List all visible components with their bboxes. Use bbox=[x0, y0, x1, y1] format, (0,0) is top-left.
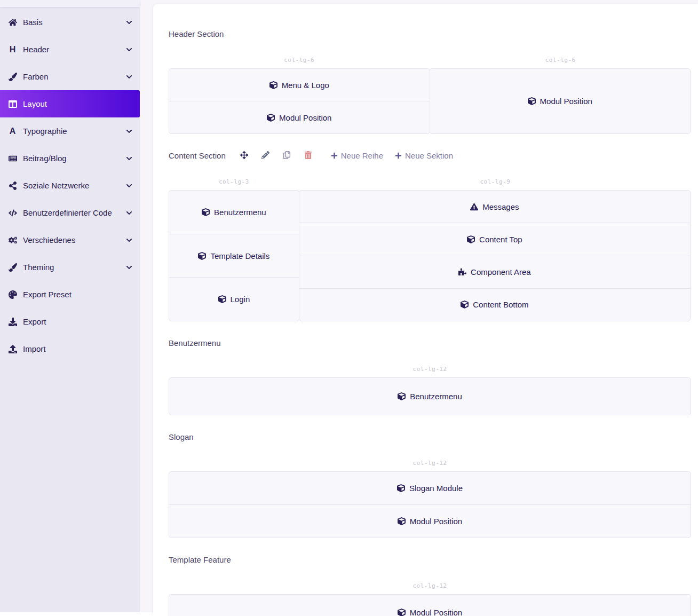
sidebar-item-typographie[interactable]: ATypographie bbox=[0, 117, 140, 145]
section-grid: Slogan ModuleModul Position bbox=[169, 471, 691, 538]
column-size-label: col-lg-9 bbox=[299, 178, 691, 185]
sidebar-item-label: Basis bbox=[23, 18, 43, 27]
sidebar-item-farben[interactable]: Farben bbox=[0, 63, 140, 90]
chevron-down-icon bbox=[126, 155, 132, 162]
add-section-button[interactable]: Neue Sektion bbox=[392, 151, 456, 161]
section-header: Template Feature bbox=[169, 554, 691, 565]
section-grid: Modul Position bbox=[169, 594, 691, 616]
module-label: Benutzermenu bbox=[214, 208, 266, 217]
chevron-down-icon bbox=[126, 19, 132, 26]
column-size-label: col-lg-6 bbox=[169, 57, 430, 64]
sidebar-item-label: Soziale Netzwerke bbox=[23, 181, 89, 190]
section-template-feature: Template Featurecol-lg-12Modul Position bbox=[169, 554, 691, 616]
add-link-label: Neue Reihe bbox=[341, 151, 383, 160]
section-header: Header Section bbox=[169, 28, 691, 40]
sidebar-item-export[interactable]: Export bbox=[0, 308, 140, 335]
cube-icon bbox=[198, 252, 206, 260]
module-label: Modul Position bbox=[410, 517, 462, 526]
sidebar-item-label: Farben bbox=[23, 72, 49, 81]
sidebar-item-soziale-netzwerke[interactable]: Soziale Netzwerke bbox=[0, 172, 140, 199]
module-modul-position[interactable]: Modul Position bbox=[169, 504, 691, 538]
column-size-label: col-lg-3 bbox=[169, 178, 299, 185]
section-grid: Menu & LogoModul PositionModul Position bbox=[169, 68, 691, 134]
section-toolbar: Neue ReiheNeue Sektion bbox=[237, 151, 456, 161]
move-handle[interactable] bbox=[237, 151, 251, 161]
section-header-section: Header Sectioncol-lg-6col-lg-6Menu & Log… bbox=[169, 28, 691, 134]
module-login[interactable]: Login bbox=[169, 277, 299, 321]
cube-icon bbox=[269, 81, 277, 89]
plus-icon bbox=[395, 152, 402, 159]
add-row-button[interactable]: Neue Reihe bbox=[328, 151, 386, 161]
columns-icon bbox=[7, 100, 18, 108]
module-messages[interactable]: Messages bbox=[299, 191, 690, 223]
sections-container: Header Sectioncol-lg-6col-lg-6Menu & Log… bbox=[169, 28, 691, 616]
module-benutzermenu[interactable]: Benutzermenu bbox=[169, 191, 299, 234]
section-header: Benutzermenu bbox=[169, 337, 691, 349]
section-slogan: Slogancol-lg-12Slogan ModuleModul Positi… bbox=[169, 431, 691, 538]
layout-column: MessagesContent TopComponent AreaContent… bbox=[299, 190, 691, 321]
column-size-labels: col-lg-3col-lg-9 bbox=[169, 178, 691, 185]
sidebar-item-verschiedenes[interactable]: Verschiedenes bbox=[0, 226, 140, 254]
layout-column: Benutzermenu bbox=[169, 377, 691, 415]
palette-icon bbox=[7, 290, 18, 299]
sidebar-item-export-preset[interactable]: Export Preset bbox=[0, 281, 140, 308]
module-benutzermenu[interactable]: Benutzermenu bbox=[169, 378, 691, 415]
module-component-area[interactable]: Component Area bbox=[299, 256, 690, 288]
module-menu-logo[interactable]: Menu & Logo bbox=[169, 69, 430, 101]
module-modul-position[interactable]: Modul Position bbox=[430, 69, 691, 133]
chevron-down-icon bbox=[126, 128, 132, 135]
plus-icon bbox=[331, 152, 338, 159]
sidebar-item-beitrag-blog[interactable]: Beitrag/Blog bbox=[0, 145, 140, 172]
cube-icon bbox=[202, 208, 210, 216]
module-content-top[interactable]: Content Top bbox=[299, 223, 690, 255]
column-size-labels: col-lg-12 bbox=[169, 366, 691, 373]
module-label: Content Top bbox=[479, 235, 522, 244]
sidebar-item-layout[interactable]: Layout bbox=[0, 90, 140, 117]
column-size-label: col-lg-6 bbox=[430, 57, 692, 64]
cube-icon bbox=[461, 301, 469, 309]
module-template-details[interactable]: Template Details bbox=[169, 234, 299, 278]
sidebar-item-label: Benutzerdefinierter Code bbox=[23, 208, 112, 217]
sidebar-item-benutzerdefinierter-code[interactable]: Benutzerdefinierter Code bbox=[0, 199, 140, 226]
sidebar: BasisHHeaderFarbenLayoutATypographieBeit… bbox=[0, 0, 140, 612]
column-size-label: col-lg-12 bbox=[169, 460, 691, 467]
copy-icon bbox=[283, 151, 291, 161]
heading-icon: H bbox=[7, 45, 18, 54]
bottom-strip bbox=[0, 612, 153, 616]
sidebar-item-import[interactable]: Import bbox=[0, 335, 140, 362]
module-modul-position[interactable]: Modul Position bbox=[169, 101, 430, 133]
sidebar-item-basis[interactable]: Basis bbox=[0, 9, 140, 36]
cube-icon bbox=[218, 295, 226, 303]
module-slogan-module[interactable]: Slogan Module bbox=[169, 472, 691, 504]
section-grid: Benutzermenu bbox=[169, 377, 691, 415]
module-content-bottom[interactable]: Content Bottom bbox=[299, 288, 690, 321]
sidebar-item-label: Beitrag/Blog bbox=[23, 154, 67, 163]
module-label: Content Bottom bbox=[473, 300, 528, 309]
delete-section-button[interactable] bbox=[301, 151, 315, 161]
section-header: Content SectionNeue ReiheNeue Sektion bbox=[169, 150, 691, 161]
sidebar-item-label: Layout bbox=[23, 99, 47, 108]
module-label: Template Details bbox=[210, 251, 269, 260]
section-benutzermenu: Benutzermenucol-lg-12Benutzermenu bbox=[169, 337, 691, 415]
share-icon bbox=[7, 181, 18, 190]
module-label: Modul Position bbox=[540, 97, 592, 106]
add-link-label: Neue Sektion bbox=[405, 151, 453, 160]
sidebar-item-theming[interactable]: Theming bbox=[0, 254, 140, 281]
section-title: Header Section bbox=[169, 29, 224, 38]
column-size-labels: col-lg-12 bbox=[169, 460, 691, 467]
cogs-icon bbox=[7, 236, 18, 244]
sidebar-item-header[interactable]: HHeader bbox=[0, 36, 140, 63]
section-header: Slogan bbox=[169, 431, 691, 443]
section-title: Benutzermenu bbox=[169, 338, 221, 348]
sidebar-item-label: Export bbox=[23, 317, 46, 326]
sidebar-item-label: Verschiedenes bbox=[23, 235, 75, 244]
duplicate-section-button[interactable] bbox=[280, 151, 294, 161]
module-modul-position[interactable]: Modul Position bbox=[169, 595, 691, 616]
cube-icon bbox=[398, 609, 406, 616]
puzzle-icon bbox=[458, 268, 466, 276]
edit-section-button[interactable] bbox=[258, 151, 273, 161]
newspaper-icon bbox=[7, 154, 18, 163]
warning-icon bbox=[470, 203, 478, 211]
cube-icon bbox=[398, 392, 406, 400]
move-icon bbox=[240, 151, 248, 161]
